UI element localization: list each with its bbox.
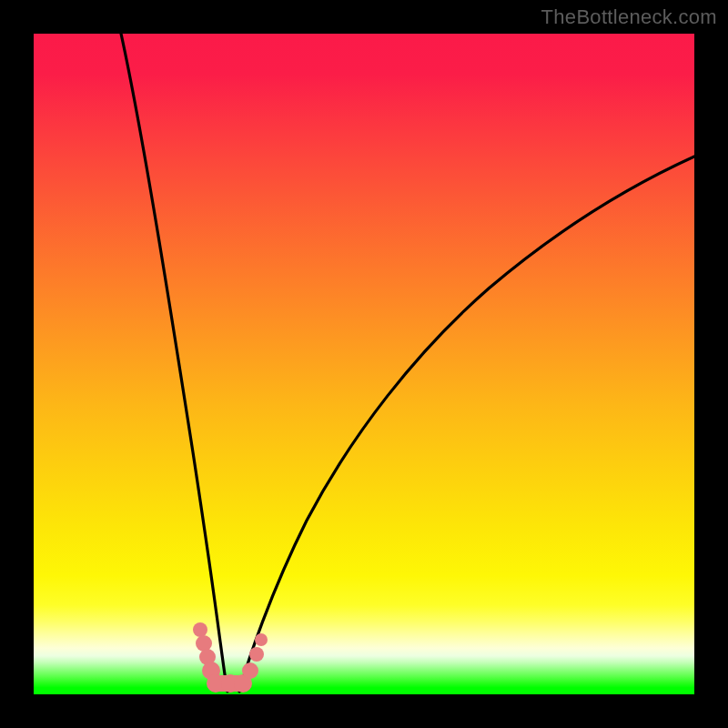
chart-svg — [34, 34, 694, 694]
svg-point-10 — [255, 633, 268, 646]
outer-frame: TheBottleneck.com — [0, 0, 728, 728]
svg-point-8 — [242, 662, 258, 679]
svg-point-9 — [249, 647, 264, 662]
pink-marker — [193, 622, 268, 693]
left-curve — [121, 34, 228, 692]
right-curve — [239, 157, 694, 692]
watermark-text: TheBottleneck.com — [541, 5, 717, 29]
plot-area — [34, 34, 694, 694]
svg-point-0 — [193, 622, 207, 637]
